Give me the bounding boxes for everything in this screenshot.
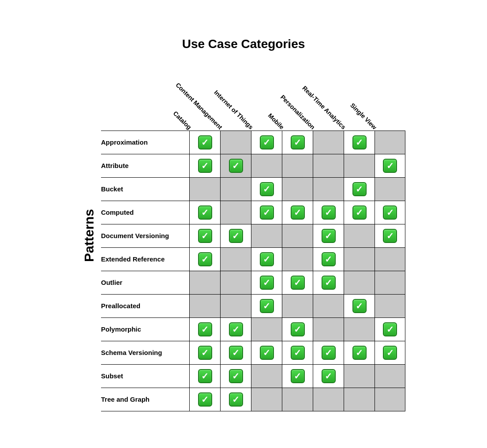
cell bbox=[220, 341, 251, 364]
cell bbox=[375, 248, 405, 271]
table-row: Tree and Graph bbox=[101, 388, 405, 411]
cell bbox=[189, 365, 220, 388]
cell bbox=[313, 248, 344, 271]
check-icon bbox=[352, 182, 367, 196]
row-label: Preallocated bbox=[101, 295, 189, 317]
check-icon bbox=[383, 159, 397, 173]
cell bbox=[220, 224, 251, 247]
cell bbox=[251, 201, 282, 224]
check-icon bbox=[291, 276, 305, 290]
cell bbox=[282, 341, 313, 364]
check-icon bbox=[260, 276, 274, 290]
check-icon bbox=[352, 135, 367, 149]
cell bbox=[220, 131, 251, 154]
table-row: Outlier bbox=[101, 271, 405, 294]
row-label: Subset bbox=[101, 365, 189, 388]
cell bbox=[220, 365, 251, 388]
check-icon bbox=[198, 392, 212, 407]
check-icon bbox=[260, 346, 274, 360]
table-row: Preallocated bbox=[101, 294, 405, 317]
cell bbox=[375, 388, 405, 411]
cell bbox=[282, 271, 313, 294]
cell bbox=[375, 341, 405, 364]
table-row: Subset bbox=[101, 364, 405, 388]
cell bbox=[282, 295, 313, 317]
check-icon bbox=[229, 346, 243, 360]
row-label: Tree and Graph bbox=[101, 388, 189, 411]
cell bbox=[375, 365, 405, 388]
col-header: Single View bbox=[375, 60, 405, 131]
check-icon bbox=[291, 346, 305, 360]
cell bbox=[313, 271, 344, 294]
cell bbox=[189, 224, 220, 247]
check-icon bbox=[198, 205, 212, 220]
cell bbox=[375, 295, 405, 317]
check-icon bbox=[229, 159, 243, 173]
cell bbox=[375, 131, 405, 154]
cell bbox=[251, 365, 282, 388]
cell bbox=[344, 295, 375, 317]
cell bbox=[344, 365, 375, 388]
cell bbox=[189, 318, 220, 341]
cell bbox=[220, 178, 251, 201]
check-icon bbox=[198, 322, 212, 336]
check-icon bbox=[352, 346, 367, 360]
cell bbox=[251, 248, 282, 271]
table-wrapper: Patterns CatalogContent ManagementIntern… bbox=[82, 60, 405, 411]
check-icon bbox=[260, 182, 274, 196]
check-icon bbox=[383, 229, 397, 243]
column-headers: CatalogContent ManagementInternet of Thi… bbox=[189, 60, 405, 131]
cell bbox=[375, 201, 405, 224]
cell bbox=[375, 178, 405, 201]
check-icon bbox=[322, 369, 336, 383]
check-icon bbox=[260, 135, 274, 149]
table-row: Approximation bbox=[101, 131, 405, 154]
cell bbox=[220, 318, 251, 341]
check-icon bbox=[322, 229, 336, 243]
check-icon bbox=[291, 322, 305, 336]
cell bbox=[282, 201, 313, 224]
cell bbox=[282, 318, 313, 341]
cell bbox=[251, 341, 282, 364]
cell bbox=[251, 154, 282, 177]
cell bbox=[251, 295, 282, 317]
cell bbox=[251, 271, 282, 294]
cell bbox=[251, 178, 282, 201]
cell bbox=[282, 131, 313, 154]
cell bbox=[282, 388, 313, 411]
row-label: Extended Reference bbox=[101, 248, 189, 271]
check-icon bbox=[383, 346, 397, 360]
check-icon bbox=[229, 392, 243, 407]
table-row: Bucket bbox=[101, 177, 405, 201]
cell bbox=[313, 295, 344, 317]
cell bbox=[251, 388, 282, 411]
check-icon bbox=[291, 135, 305, 149]
check-icon bbox=[198, 346, 212, 360]
cell bbox=[313, 201, 344, 224]
cell bbox=[220, 201, 251, 224]
cell bbox=[344, 388, 375, 411]
row-label: Attribute bbox=[101, 154, 189, 177]
cell bbox=[344, 271, 375, 294]
cell bbox=[344, 131, 375, 154]
check-icon bbox=[229, 229, 243, 243]
row-label: Document Versioning bbox=[101, 224, 189, 247]
page-title: Use Case Categories bbox=[182, 37, 305, 51]
cell bbox=[220, 388, 251, 411]
row-label: Polymorphic bbox=[101, 318, 189, 341]
cell bbox=[220, 271, 251, 294]
row-label: Approximation bbox=[101, 131, 189, 154]
table-row: Polymorphic bbox=[101, 317, 405, 341]
table-row: Document Versioning bbox=[101, 224, 405, 247]
check-icon bbox=[229, 322, 243, 336]
cell bbox=[189, 271, 220, 294]
check-icon bbox=[291, 369, 305, 383]
check-icon bbox=[322, 276, 336, 290]
cell bbox=[313, 341, 344, 364]
cell bbox=[220, 295, 251, 317]
check-icon bbox=[198, 159, 212, 173]
check-icon bbox=[260, 299, 274, 313]
table-row: Extended Reference bbox=[101, 247, 405, 271]
cell bbox=[189, 295, 220, 317]
row-label: Schema Versioning bbox=[101, 341, 189, 364]
